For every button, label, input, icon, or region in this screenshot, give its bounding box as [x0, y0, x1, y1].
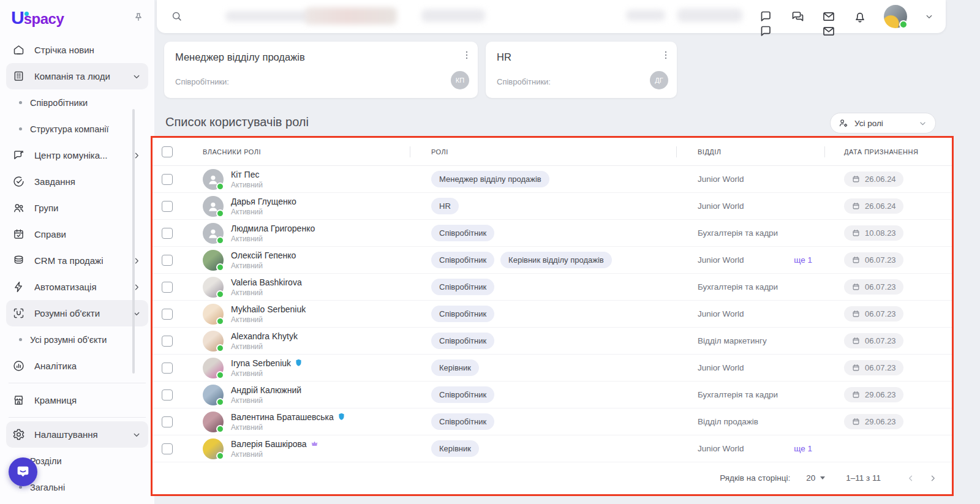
sidebar-item-5[interactable]: Справи — [6, 221, 148, 247]
bullet-icon — [19, 101, 22, 104]
sidebar-item-4[interactable]: Групи — [6, 195, 148, 221]
sidebar-item-1[interactable]: Компанія та люди — [6, 63, 148, 89]
column-header-roles: РОЛІ — [431, 148, 698, 156]
checkbox-cell — [162, 336, 203, 347]
sidebar-item-3[interactable]: Завдання — [6, 168, 148, 195]
roles-filter-dropdown[interactable]: Усі ролі — [830, 113, 936, 134]
pin-sidebar-icon[interactable] — [132, 12, 145, 24]
sidebar-item-0[interactable]: Стрічка новин — [6, 37, 148, 63]
online-status-dot — [216, 371, 224, 379]
department-cell: Junior Worldще 1 — [698, 444, 844, 453]
table-row: Дарья ГлущенкоАктивнийHRJunior World26.0… — [153, 193, 952, 220]
kebab-menu-icon[interactable] — [461, 49, 473, 61]
avatar-photo — [203, 250, 224, 271]
sidebar: U spacy Стрічка новинКомпанія та людиСпі… — [0, 0, 154, 504]
sidebar-item-2[interactable]: Центр комуніка... — [6, 142, 148, 168]
header-checkbox-cell — [162, 146, 203, 157]
sidebar-item-11[interactable]: Крамниця — [6, 387, 148, 413]
next-page-button[interactable] — [927, 473, 938, 484]
row-checkbox[interactable] — [162, 309, 173, 320]
sidebar-subitem-8-0[interactable]: Усі розумні об'єкти — [6, 326, 148, 353]
user-name-block: Кіт ПесАктивний — [231, 170, 263, 189]
sidebar-item-8[interactable]: Розумні об'єкти — [6, 300, 148, 326]
role-chip: Співробітник — [431, 413, 494, 430]
sidebar-subitem-label: Співробітники — [30, 98, 88, 108]
user-name: Кіт Пес — [231, 170, 263, 179]
sidebar-item-label: Крамниця — [34, 395, 77, 405]
crm-icon — [12, 254, 25, 267]
row-checkbox[interactable] — [162, 282, 173, 293]
sidebar-subitem-1-1[interactable]: Структура компанії — [6, 116, 148, 142]
user-status: Активний — [231, 450, 319, 459]
logo-row: U spacy — [0, 0, 154, 36]
online-status-dot — [216, 236, 224, 244]
select-all-checkbox[interactable] — [162, 146, 173, 157]
more-roles-link[interactable]: ще 1 — [794, 444, 812, 453]
mail-icon[interactable] — [821, 9, 836, 24]
calendar-small-icon — [851, 175, 861, 184]
sidebar-item-6[interactable]: CRM та продажі — [6, 247, 148, 274]
row-checkbox[interactable] — [162, 228, 173, 239]
uspacy-logo[interactable]: U spacy — [11, 7, 64, 28]
user-avatar[interactable] — [884, 5, 907, 28]
user-name-block: Mykhailo SerbeniukАктивний — [231, 304, 306, 324]
sidebar-scrollbar[interactable] — [132, 109, 135, 374]
sidebar-item-9[interactable]: Аналітика — [6, 353, 148, 379]
column-divider — [676, 146, 677, 157]
department-name: Junior World — [698, 255, 744, 265]
department-name: Junior World — [698, 201, 744, 211]
checkbox-cell — [162, 255, 203, 266]
row-checkbox[interactable] — [162, 363, 173, 374]
chat-icon[interactable] — [759, 9, 774, 24]
home-icon — [12, 43, 25, 56]
calendar-icon — [12, 228, 25, 241]
user-name: Людмила Григоренко — [231, 224, 315, 233]
previous-page-button[interactable] — [905, 473, 916, 484]
rows-per-page-select[interactable]: 20 — [806, 473, 825, 483]
assignment-date: 06.07.23 — [844, 333, 903, 348]
bell-icon[interactable] — [853, 9, 867, 24]
roles-cell: Співробітник — [431, 333, 698, 349]
role-chip: Співробітник — [431, 225, 494, 241]
member-avatar: КП — [451, 71, 469, 89]
avatar-photo — [203, 385, 224, 405]
user-name: Alexandra Khytyk — [231, 331, 298, 341]
chat-launcher-button[interactable] — [9, 457, 37, 486]
roles-cell: Керівник — [431, 359, 698, 376]
sidebar-item-13[interactable]: Налаштування — [6, 421, 148, 448]
row-checkbox[interactable] — [162, 201, 173, 212]
column-header-date: ДАТА ПРИЗНАЧЕННЯ — [844, 148, 952, 156]
online-status-dot — [216, 290, 224, 298]
row-checkbox[interactable] — [162, 416, 173, 427]
chevron-down-icon — [918, 118, 928, 129]
sidebar-subitem-1-0[interactable]: Співробітники — [6, 89, 148, 116]
rows-per-page-label: Рядків на сторінці: — [720, 473, 790, 483]
row-checkbox[interactable] — [162, 443, 173, 454]
owner-cell: Mykhailo SerbeniukАктивний — [203, 304, 431, 325]
sidebar-item-label: Налаштування — [34, 429, 98, 440]
department-cell: Junior World — [698, 309, 844, 318]
kebab-menu-icon[interactable] — [660, 49, 672, 61]
row-checkbox[interactable] — [162, 336, 173, 347]
chevron-down-icon[interactable] — [924, 11, 935, 22]
user-name: Олексій Гепенко — [231, 250, 296, 260]
date-cell: 10.08.23 — [844, 225, 952, 241]
calendar-small-icon — [851, 309, 861, 318]
sidebar-nav: Стрічка новинКомпанія та людиСпівробітни… — [0, 36, 154, 500]
row-checkbox[interactable] — [162, 389, 173, 401]
sidebar-item-label: Групи — [34, 203, 58, 213]
sidebar-item-7[interactable]: Автоматизація — [6, 274, 148, 300]
checkbox-cell — [162, 201, 203, 212]
user-name: Валентина Браташевська — [231, 412, 346, 422]
search-icon[interactable] — [170, 10, 183, 23]
row-checkbox[interactable] — [162, 174, 173, 185]
role-chip: Співробітник — [431, 252, 494, 268]
rows-per-page-value: 20 — [806, 473, 815, 483]
department-cell: Junior World — [698, 363, 844, 372]
assignment-date: 29.06.23 — [844, 387, 903, 402]
messenger-icon[interactable] — [790, 9, 805, 24]
checkbox-cell — [162, 174, 203, 185]
owner-cell: Андрій КалюжнийАктивний — [203, 385, 431, 405]
row-checkbox[interactable] — [162, 255, 173, 266]
more-roles-link[interactable]: ще 1 — [794, 255, 812, 265]
